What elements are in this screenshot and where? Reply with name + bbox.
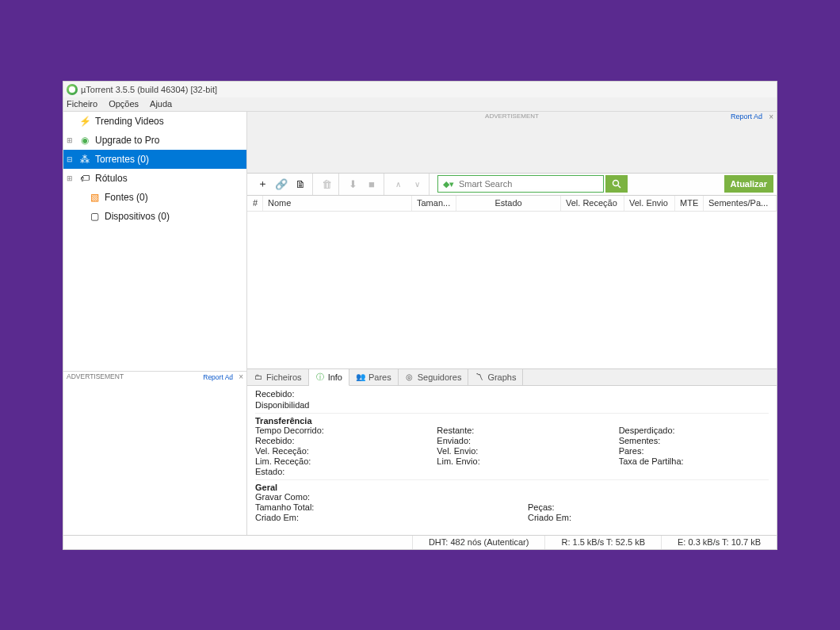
graph-icon: 〽 xyxy=(475,372,484,382)
ad-label: ADVERTISEMENT xyxy=(485,113,539,120)
sidebar-item-labels[interactable]: ⊞ 🏷 Rótulos xyxy=(63,169,246,188)
col-size[interactable]: Taman... xyxy=(412,196,456,211)
add-url-button[interactable]: 🔗 xyxy=(273,175,290,193)
device-icon: ▢ xyxy=(89,211,100,222)
sidebar-item-upgrade[interactable]: ⊞ ◉ Upgrade to Pro xyxy=(63,131,246,150)
search-button[interactable] xyxy=(605,175,628,193)
info-received: Recebido: xyxy=(255,389,769,399)
cluster-icon: ⁂ xyxy=(79,154,90,165)
column-headers: # Nome Taman... Estado Vel. Receção Vel.… xyxy=(247,196,777,212)
titlebar: µTorrent 3.5.5 (build 46304) [32-bit] xyxy=(63,82,777,97)
delete-button[interactable]: 🗑 xyxy=(318,175,335,193)
close-icon[interactable]: × xyxy=(769,113,773,121)
stop-button[interactable]: ■ xyxy=(363,175,380,193)
bolt-icon: ⚡ xyxy=(79,116,90,127)
sidebar-ad: ADVERTISEMENT Report Ad × xyxy=(63,372,246,535)
torrent-list[interactable] xyxy=(247,212,777,368)
menu-options[interactable]: Opções xyxy=(109,99,139,109)
move-down-button[interactable]: ∨ xyxy=(408,175,426,193)
tracker-icon: ◎ xyxy=(405,372,414,382)
col-eta[interactable]: MTE xyxy=(675,196,704,211)
tab-graphs[interactable]: 〽 Graphs xyxy=(468,369,523,385)
sidebar-nav: ⚡ Trending Videos ⊞ ◉ Upgrade to Pro ⊟ ⁂… xyxy=(63,112,246,372)
app-icon xyxy=(67,84,78,95)
report-ad-link[interactable]: Report Ad xyxy=(203,373,233,381)
col-up[interactable]: Vel. Envio xyxy=(624,196,675,211)
col-state[interactable]: Estado xyxy=(456,196,561,211)
sidebar-item-devices[interactable]: ▢ Dispositivos (0) xyxy=(63,207,246,226)
detail-tabs: 🗀 Ficheiros ⓘ Info 👥 Pares ◎ Seguidores … xyxy=(247,368,777,386)
tab-trackers[interactable]: ◎ Seguidores xyxy=(399,369,469,385)
close-icon[interactable]: × xyxy=(239,372,243,381)
statusbar: DHT: 482 nós (Autenticar) R: 1.5 kB/s T:… xyxy=(63,535,777,549)
col-down[interactable]: Vel. Receção xyxy=(561,196,624,211)
peers-icon: 👥 xyxy=(356,372,365,382)
sidebar-item-label: Trending Videos xyxy=(95,116,164,127)
tag-icon: 🏷 xyxy=(79,173,90,184)
pro-icon: ◉ xyxy=(79,135,90,146)
tab-peers[interactable]: 👥 Pares xyxy=(349,369,399,385)
top-ad: ADVERTISEMENT Report Ad × xyxy=(247,112,777,174)
sidebar-item-label: Rótulos xyxy=(95,173,128,184)
create-torrent-button[interactable]: 🗎 xyxy=(292,175,309,193)
add-torrent-button[interactable]: ＋ xyxy=(254,175,271,193)
col-num[interactable]: # xyxy=(247,196,263,211)
col-seeds[interactable]: Sementes/Pa... xyxy=(704,196,777,211)
search-input[interactable] xyxy=(459,179,603,189)
info-availability: Disponibilidad xyxy=(255,400,769,410)
main: ADVERTISEMENT Report Ad × ＋ 🔗 🗎 🗑 ⬇ ■ xyxy=(247,112,777,535)
status-empty xyxy=(63,536,412,549)
search-box: ◆▾ xyxy=(437,175,604,193)
status-dht[interactable]: DHT: 482 nós (Autenticar) xyxy=(412,536,545,549)
sidebar: ⚡ Trending Videos ⊞ ◉ Upgrade to Pro ⊟ ⁂… xyxy=(63,112,247,535)
sidebar-item-torrents[interactable]: ⊟ ⁂ Torrentes (0) xyxy=(63,150,246,169)
content: ⚡ Trending Videos ⊞ ◉ Upgrade to Pro ⊟ ⁂… xyxy=(63,112,777,535)
tab-files[interactable]: 🗀 Ficheiros xyxy=(247,369,309,385)
svg-line-1 xyxy=(618,185,620,188)
rss-icon: ▧ xyxy=(89,192,100,203)
status-recv[interactable]: R: 1.5 kB/s T: 52.5 kB xyxy=(544,536,661,549)
update-button[interactable]: Atualizar xyxy=(724,175,773,193)
section-transfer: Transferência xyxy=(255,413,769,426)
report-ad-link[interactable]: Report Ad xyxy=(731,113,762,120)
col-name[interactable]: Nome xyxy=(263,196,412,211)
sidebar-item-label: Torrentes (0) xyxy=(95,154,149,165)
info-panel: Recebido: Disponibilidad Transferência T… xyxy=(247,386,777,535)
sidebar-item-label: Fontes (0) xyxy=(105,192,148,203)
status-send[interactable]: E: 0.3 kB/s T: 10.7 kB xyxy=(661,536,777,549)
tab-info[interactable]: ⓘ Info xyxy=(309,369,349,386)
sidebar-item-trending[interactable]: ⚡ Trending Videos xyxy=(63,112,246,131)
svg-point-0 xyxy=(613,181,619,186)
app-window: µTorrent 3.5.5 (build 46304) [32-bit] Fi… xyxy=(63,81,777,550)
start-button[interactable]: ⬇ xyxy=(344,175,361,193)
move-up-button[interactable]: ∧ xyxy=(389,175,407,193)
folder-icon: 🗀 xyxy=(254,372,263,382)
menu-help[interactable]: Ajuda xyxy=(150,99,172,109)
sidebar-item-label: Dispositivos (0) xyxy=(105,211,170,222)
toolbar: ＋ 🔗 🗎 🗑 ⬇ ■ ∧ ∨ ◆▾ xyxy=(247,174,777,196)
sidebar-item-sources[interactable]: ▧ Fontes (0) xyxy=(63,188,246,207)
section-general: Geral xyxy=(255,479,769,492)
ad-label: ADVERTISEMENT xyxy=(67,372,124,380)
sidebar-item-label: Upgrade to Pro xyxy=(95,135,159,146)
window-title: µTorrent 3.5.5 (build 46304) [32-bit] xyxy=(81,85,217,94)
menubar: Ficheiro Opções Ajuda xyxy=(63,97,777,112)
menu-file[interactable]: Ficheiro xyxy=(67,99,97,109)
info-icon: ⓘ xyxy=(315,372,325,382)
search-engine-icon[interactable]: ◆▾ xyxy=(438,179,459,189)
